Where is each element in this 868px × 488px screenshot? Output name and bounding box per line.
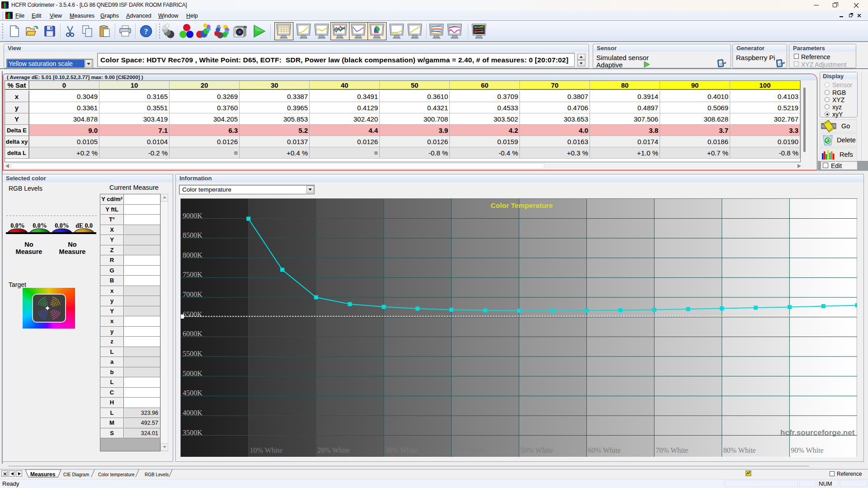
svg-text:6000K: 6000K (183, 330, 203, 338)
svg-text:4500K: 4500K (183, 389, 203, 397)
svg-text:7500K: 7500K (183, 271, 203, 278)
svg-text:3500K: 3500K (183, 429, 203, 436)
svg-text:5000K: 5000K (183, 370, 203, 377)
svg-text:60% White: 60% White (588, 446, 621, 454)
svg-text:90% White: 90% White (791, 446, 823, 454)
svg-text:hcfr.sourceforge.net: hcfr.sourceforge.net (780, 428, 855, 437)
svg-text:9000K: 9000K (183, 212, 203, 220)
svg-text:80% White: 80% White (723, 446, 756, 454)
svg-text:10% White: 10% White (250, 446, 283, 454)
svg-text:8500K: 8500K (183, 231, 203, 239)
svg-text:30% White: 30% White (385, 446, 418, 454)
svg-text:7000K: 7000K (183, 291, 203, 298)
svg-text:8000K: 8000K (183, 251, 203, 259)
svg-text:40% White: 40% White (453, 446, 485, 454)
svg-text:70% White: 70% White (656, 446, 688, 454)
svg-text:50% White: 50% White (520, 446, 553, 454)
svg-text:20% White: 20% White (317, 446, 350, 454)
svg-text:6500K: 6500K (183, 310, 203, 318)
svg-text:Color Temperature: Color Temperature (491, 202, 553, 209)
svg-text:5500K: 5500K (183, 350, 203, 357)
svg-text:4000K: 4000K (183, 409, 203, 417)
